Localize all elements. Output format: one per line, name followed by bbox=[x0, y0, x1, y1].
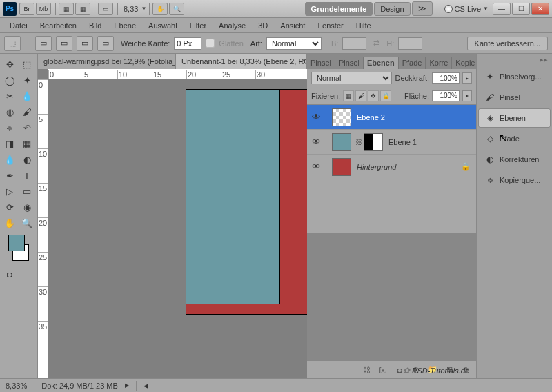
window-maximize[interactable]: ☐ bbox=[512, 3, 530, 15]
canvas[interactable] bbox=[48, 79, 307, 378]
fill-slider-btn[interactable]: ▸ bbox=[462, 90, 472, 101]
menu-auswahl[interactable]: Auswahl bbox=[143, 20, 183, 31]
menu-bearbeiten[interactable]: Bearbeiten bbox=[34, 20, 82, 31]
layer-row-ebene1[interactable]: 👁 ⛓ Ebene 1 bbox=[307, 130, 476, 155]
feather-input[interactable] bbox=[174, 37, 201, 50]
menu-datei[interactable]: Datei bbox=[4, 20, 33, 31]
layer-name[interactable]: Ebene 1 bbox=[386, 138, 417, 146]
status-zoom[interactable]: 8,33% bbox=[6, 382, 27, 390]
visibility-icon[interactable]: 👁 bbox=[307, 130, 326, 154]
quickmask[interactable]: ◘ bbox=[1, 266, 18, 282]
layer-name[interactable]: Hintergrund bbox=[354, 163, 396, 171]
tool-3d[interactable]: ⟳ bbox=[1, 199, 18, 215]
scroll-left-icon[interactable]: ◀ bbox=[144, 382, 148, 389]
panel-tab-ebenen[interactable]: Ebenen bbox=[364, 57, 399, 69]
tool-crop[interactable]: ✂ bbox=[1, 88, 18, 104]
lock-all-icon[interactable]: 🔒 bbox=[380, 90, 391, 101]
visibility-icon[interactable]: 👁 bbox=[307, 105, 326, 129]
panel-tab-pfade[interactable]: Pfade bbox=[399, 57, 426, 69]
lock-pixels-icon[interactable]: 🖌 bbox=[355, 90, 366, 101]
menu-ebene[interactable]: Ebene bbox=[108, 20, 141, 31]
workspace-design[interactable]: Design bbox=[374, 2, 410, 16]
hand-tool-btn[interactable]: ✋ bbox=[152, 3, 168, 15]
view-extras-btn[interactable]: ▦ bbox=[59, 3, 74, 15]
sel-intersect[interactable]: ▭ bbox=[97, 36, 114, 51]
cs-live[interactable]: CS Live▼ bbox=[444, 5, 489, 13]
layer-thumb[interactable] bbox=[332, 158, 351, 176]
tool-blur[interactable]: 💧 bbox=[1, 152, 18, 167]
tool-lasso[interactable]: ◯ bbox=[1, 72, 18, 88]
opacity-slider-btn[interactable]: ▸ bbox=[462, 72, 472, 84]
tool-brush[interactable]: 🖌 bbox=[19, 104, 35, 119]
menu-hilfe[interactable]: Hilfe bbox=[351, 20, 377, 31]
dock-kopierquelle[interactable]: ⎆Kopierque... bbox=[478, 170, 551, 190]
dock-pinselvorgaben[interactable]: ✦Pinselvorg... bbox=[478, 67, 551, 86]
doc-tab-2[interactable]: Unbenannt-1 bei 8,33% (Ebene 2, RGB/8) *… bbox=[176, 54, 307, 69]
panel-tab-kopierquelle[interactable]: Kopie bbox=[452, 57, 476, 69]
foreground-color[interactable] bbox=[8, 235, 25, 251]
lock-position-icon[interactable]: ✥ bbox=[368, 90, 379, 101]
view-arrange-btn[interactable]: ▦ bbox=[75, 3, 90, 15]
tool-type[interactable]: T bbox=[19, 168, 35, 183]
window-close[interactable]: ✕ bbox=[531, 3, 549, 15]
layer-name[interactable]: Ebene 2 bbox=[354, 113, 385, 121]
menu-fenster[interactable]: Fenster bbox=[312, 20, 348, 31]
sel-add[interactable]: ▭ bbox=[56, 36, 72, 51]
status-dok[interactable]: Dok: 24,9 MB/1,23 MB bbox=[41, 382, 118, 390]
tool-wand[interactable]: ✦ bbox=[19, 72, 35, 88]
tool-history[interactable]: ↶ bbox=[19, 120, 35, 135]
layer-thumb[interactable] bbox=[332, 108, 351, 126]
bridge-btn[interactable]: Br bbox=[19, 3, 34, 15]
zoom-level[interactable]: 8,33 bbox=[121, 5, 141, 13]
tool-3dcam[interactable]: ◉ bbox=[19, 199, 35, 215]
screen-mode-btn[interactable]: ▭ bbox=[98, 3, 113, 15]
tool-path[interactable]: ▷ bbox=[1, 184, 18, 199]
sel-sub[interactable]: ▭ bbox=[77, 36, 93, 51]
mask-link-icon[interactable]: ⛓ bbox=[354, 137, 364, 147]
dock-korrekturen[interactable]: ◐Korrekturen bbox=[478, 150, 551, 169]
tool-hand[interactable]: ✋ bbox=[1, 215, 18, 231]
menu-bild[interactable]: Bild bbox=[83, 20, 107, 31]
tool-dodge[interactable]: ◐ bbox=[19, 152, 35, 167]
refine-edge-btn[interactable]: Kante verbessern... bbox=[467, 37, 548, 50]
sel-new[interactable]: ▭ bbox=[35, 36, 52, 51]
ruler-horizontal[interactable]: 051015202530 bbox=[48, 69, 307, 79]
menu-filter[interactable]: Filter bbox=[184, 20, 212, 31]
layer-thumb[interactable] bbox=[332, 133, 351, 151]
minibridge-btn[interactable]: Mb bbox=[36, 3, 51, 15]
tool-preset[interactable]: ⬚ bbox=[4, 36, 21, 51]
layer-row-ebene2[interactable]: 👁 Ebene 2 bbox=[307, 105, 476, 130]
style-select[interactable]: Normal bbox=[266, 37, 322, 50]
dock-pinsel[interactable]: 🖌Pinsel bbox=[478, 88, 551, 107]
panel-tab-pinsel2[interactable]: Pinsel bbox=[335, 57, 364, 69]
menu-ansicht[interactable]: Ansicht bbox=[275, 20, 310, 31]
zoom-tool-btn[interactable]: 🔍 bbox=[169, 3, 184, 15]
workspace-grundelemente[interactable]: Grundelemente bbox=[305, 2, 373, 16]
tool-gradient[interactable]: ▦ bbox=[19, 136, 35, 151]
tool-marquee[interactable]: ⬚ bbox=[19, 57, 35, 72]
dock-collapse-icon[interactable]: ▸▸ bbox=[477, 54, 552, 66]
layer-mask-thumb[interactable] bbox=[364, 133, 383, 151]
tool-eraser[interactable]: ◨ bbox=[1, 136, 18, 151]
ruler-vertical[interactable]: 05101520253035 bbox=[38, 79, 48, 378]
blend-mode-select[interactable]: Normal bbox=[311, 72, 392, 84]
layer-row-hintergrund[interactable]: 👁 Hintergrund 🔒 bbox=[307, 155, 476, 179]
workspace-more[interactable]: ≫ bbox=[412, 1, 433, 16]
window-minimize[interactable]: — bbox=[493, 3, 511, 15]
tool-stamp[interactable]: ⎆ bbox=[1, 120, 18, 135]
lock-transparent-icon[interactable]: ▦ bbox=[343, 90, 354, 101]
tool-shape[interactable]: ▭ bbox=[19, 184, 35, 199]
link-layers-btn[interactable]: ⛓ bbox=[359, 364, 374, 376]
fill-input[interactable] bbox=[432, 90, 460, 101]
menu-3d[interactable]: 3D bbox=[253, 20, 273, 31]
panel-tab-korrekturen[interactable]: Korre bbox=[426, 57, 452, 69]
dock-ebenen[interactable]: ◈Ebenen bbox=[478, 108, 551, 128]
tool-move[interactable]: ✥ bbox=[1, 57, 18, 72]
fx-btn[interactable]: fx. bbox=[375, 364, 391, 376]
visibility-icon[interactable]: 👁 bbox=[307, 155, 326, 179]
menu-analyse[interactable]: Analyse bbox=[213, 20, 251, 31]
tool-heal[interactable]: ◍ bbox=[1, 104, 18, 119]
doc-tab-1[interactable]: global-warming.psd bei 12,9% (Fotolia_96… bbox=[38, 54, 176, 69]
tool-zoom[interactable]: 🔍 bbox=[19, 215, 35, 231]
opacity-input[interactable] bbox=[432, 72, 460, 84]
